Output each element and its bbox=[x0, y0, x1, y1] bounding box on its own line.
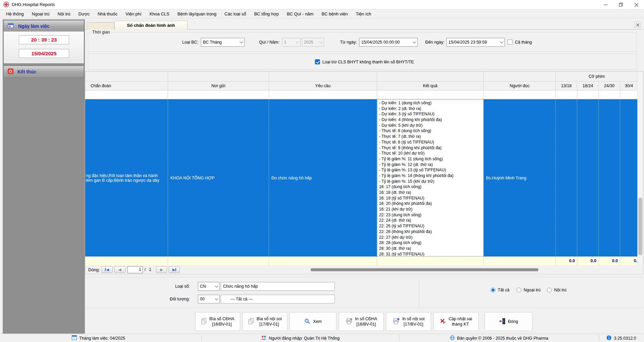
menu-item-benh-lay-quan-trong[interactable]: Bệnh lây/quan trọng bbox=[173, 9, 220, 18]
dong-button[interactable]: Đóng bbox=[485, 312, 532, 331]
in-so-noi-soi-button[interactable]: In sổ nội soi[17/BV-01] bbox=[386, 312, 431, 331]
chevron-down-icon[interactable] bbox=[238, 38, 244, 46]
xem-button[interactable]: Xem bbox=[289, 312, 336, 331]
in-so-cdha-button[interactable]: In sổ CĐHA[16/BV-01] bbox=[339, 312, 384, 331]
chevron-down-icon[interactable] bbox=[214, 282, 219, 290]
menu-item-nha-thuoc[interactable]: Nhà thuốc bbox=[94, 9, 121, 18]
menu-item-noi-tru[interactable]: Nội trú bbox=[54, 9, 74, 18]
menu-item-khoa-cls[interactable]: Khoa CLS bbox=[146, 9, 173, 18]
working-day-title: Ngày làm việc bbox=[18, 23, 49, 29]
menu-item-vien-phi[interactable]: Viện phí bbox=[121, 9, 145, 18]
radio-icon[interactable] bbox=[517, 288, 521, 292]
cell-film-24-30[interactable] bbox=[599, 99, 620, 256]
last-page-button[interactable]: ▶ bbox=[169, 266, 180, 273]
menu-item-tien-ich[interactable]: Tiện ích bbox=[352, 9, 375, 18]
whole-month-checkbox[interactable]: Cả tháng bbox=[507, 40, 532, 45]
cell-yeu-cau[interactable]: Đo chức năng hô hấp bbox=[269, 99, 377, 256]
totals-cell bbox=[168, 256, 269, 265]
menu-item-bc-tong-hop[interactable]: BC tổng hợp bbox=[250, 9, 283, 18]
copy-pages-icon bbox=[201, 318, 207, 325]
column-header-18-24[interactable]: 18/24 bbox=[577, 81, 599, 91]
cap-nhat-sai-thang-kt-button[interactable]: Cập nhật saitháng KT bbox=[433, 312, 479, 331]
form-panel: Loại sổ: CN Chức năng hô hấp Đối tượng: … bbox=[85, 277, 643, 308]
scope-noi-tru-label: Nội trú bbox=[554, 288, 567, 292]
to-date-picker[interactable]: 15/04/2025 23:59:59 bbox=[446, 38, 505, 47]
totals-cell bbox=[269, 256, 377, 265]
pager-label: Dòng: bbox=[88, 267, 100, 272]
cell-noi-gui[interactable]: KHOA NỘI TỔNG HỢP bbox=[168, 99, 269, 256]
report-type-label: Loại BC: bbox=[165, 38, 198, 47]
checkbox-checked-icon[interactable] bbox=[315, 59, 320, 64]
to-date-label: Đến ngày: bbox=[421, 38, 444, 47]
menu-item-bc-qui-nam[interactable]: BC Quí - năm bbox=[283, 9, 317, 18]
radio-icon[interactable] bbox=[547, 288, 552, 292]
scope-radio-ngoai-tru[interactable]: Ngoại trú bbox=[517, 288, 541, 292]
menu-item-cac-loai-so[interactable]: Các loại sổ bbox=[220, 9, 250, 18]
tab-so-chan-doan-hinh-anh[interactable]: Sổ chẩn đoán hình ảnh bbox=[114, 21, 187, 30]
filter-cell[interactable] bbox=[556, 91, 577, 99]
tab-close-button[interactable] bbox=[635, 22, 641, 28]
filter-cell[interactable] bbox=[269, 91, 377, 99]
column-header-yeu-cau[interactable]: Yêu cầu bbox=[269, 81, 377, 91]
restore-button[interactable] bbox=[613, 0, 629, 9]
column-header-24-30[interactable]: 24/30 bbox=[599, 81, 620, 91]
scope-radio-all[interactable]: Tất cả bbox=[491, 288, 509, 292]
page-total: 1 bbox=[149, 267, 151, 272]
exit-header[interactable]: Kết thúc bbox=[4, 66, 84, 77]
previous-page-button[interactable]: ◀ bbox=[114, 266, 125, 273]
menu-item-ngoai-tru[interactable]: Ngoại trú bbox=[28, 9, 54, 18]
status-logged-in: Người đăng nhập: Quản Trị Hệ Thống bbox=[201, 334, 399, 342]
filter-cell[interactable] bbox=[168, 91, 269, 99]
book-type-combo[interactable]: CN bbox=[198, 282, 220, 291]
scope-radio-noi-tru[interactable]: Nội trú bbox=[547, 288, 567, 292]
button-label: Xem bbox=[313, 319, 322, 324]
close-button[interactable] bbox=[629, 0, 644, 9]
filter-cell[interactable] bbox=[577, 91, 599, 99]
copy-pages-icon bbox=[248, 318, 254, 325]
cell-nguoi-doc[interactable]: Bs.Huỳnh Minh Trang bbox=[484, 99, 556, 256]
subject-combo[interactable]: 00 bbox=[198, 295, 220, 303]
button-label: Cập nhật sai bbox=[448, 316, 472, 322]
filter-cell[interactable] bbox=[377, 91, 484, 99]
radio-selected-icon[interactable] bbox=[491, 288, 495, 292]
horizontal-scrollbar-thumb[interactable] bbox=[311, 268, 538, 271]
checkbox-icon[interactable] bbox=[507, 40, 513, 45]
bia-so-noi-soi-button[interactable]: Bìa sổ nội soi[17/BV-01] bbox=[243, 312, 287, 331]
filter-cell[interactable] bbox=[599, 91, 620, 99]
chevron-down-icon[interactable] bbox=[214, 295, 219, 303]
exclusion-groupbox: Loại trừ CLS BHYT không thanh lên sổ BHY… bbox=[88, 54, 637, 70]
cell-chan-doan[interactable]: ng đặc hiệu;Rối loạn tâm thần và hành iê… bbox=[85, 99, 168, 256]
cell-film-13-18[interactable] bbox=[556, 99, 577, 256]
next-page-button[interactable]: ▶ bbox=[156, 266, 167, 273]
minimize-button[interactable] bbox=[598, 0, 613, 9]
grid-row[interactable]: ng đặc hiệu;Rối loạn tâm thần và hành iê… bbox=[85, 99, 638, 256]
column-header-30-40[interactable]: 30/4 bbox=[620, 81, 638, 91]
from-date-picker[interactable]: 15/04/2025 00:00:00 bbox=[359, 38, 418, 47]
book-type-name-field[interactable]: Chức năng hô hấp bbox=[221, 282, 335, 291]
subject-name-field[interactable]: --- Tất cả --- bbox=[221, 295, 335, 303]
exclude-cls-checkbox[interactable]: Loại trừ CLS BHYT không thanh lên sổ BHY… bbox=[315, 59, 414, 64]
column-header-13-18[interactable]: 13/18 bbox=[556, 81, 577, 91]
bia-so-cdha-button[interactable]: Bìa sổ CĐHA[16/BV-01] bbox=[195, 312, 240, 331]
first-page-button[interactable]: ◀ bbox=[102, 266, 113, 273]
report-type-combo[interactable]: BC Tháng bbox=[201, 38, 245, 47]
menu-item-duoc[interactable]: Dược bbox=[74, 9, 94, 18]
column-header-nguoi-doc[interactable]: Người đọc bbox=[484, 81, 556, 91]
column-header-noi-gui[interactable]: Nơi gửi bbox=[168, 81, 269, 91]
vertical-scrollbar[interactable] bbox=[637, 71, 643, 265]
filter-cell[interactable] bbox=[620, 91, 638, 99]
cell-ket-qua[interactable]: - Dự kiến: 1 (dung tích sống) - Dự kiến:… bbox=[377, 99, 484, 256]
menu-item-bc-benh-vien[interactable]: BC bệnh viện bbox=[318, 9, 352, 18]
column-header-ket-qua[interactable]: Kết quả bbox=[377, 81, 484, 91]
chevron-down-icon[interactable] bbox=[499, 38, 504, 46]
chevron-down-icon[interactable] bbox=[412, 38, 417, 46]
cell-film-18-24[interactable] bbox=[577, 99, 599, 256]
page-number-input[interactable] bbox=[127, 266, 143, 273]
filter-cell[interactable] bbox=[85, 91, 168, 99]
filter-cell[interactable] bbox=[484, 91, 556, 99]
menu-item-he-thong[interactable]: Hệ thống bbox=[2, 9, 28, 18]
vertical-scrollbar-thumb[interactable] bbox=[638, 197, 642, 255]
column-header-chan-doan[interactable]: Chẩn đoán bbox=[85, 81, 168, 91]
exit-panel[interactable]: Kết thúc bbox=[3, 66, 84, 77]
cell-film-30-40[interactable] bbox=[620, 99, 638, 256]
